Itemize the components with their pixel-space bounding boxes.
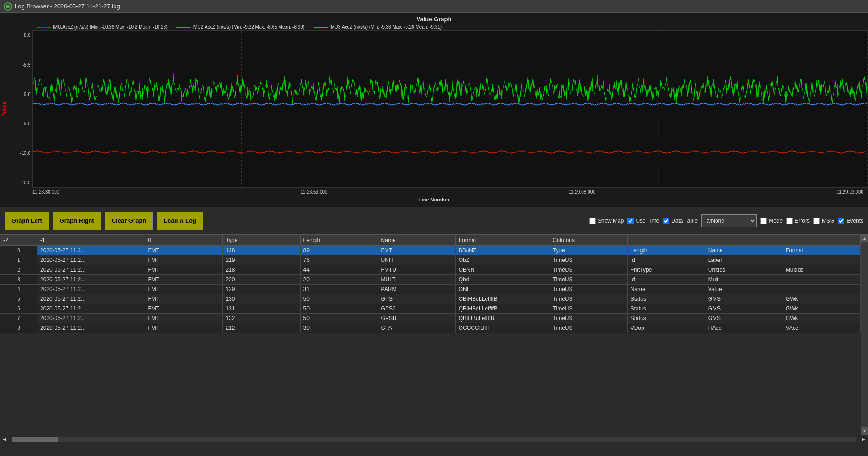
msg-group: MSG [813, 218, 834, 224]
table-cell: 44 [300, 265, 378, 275]
data-table-checkbox[interactable] [663, 218, 669, 224]
table-cell: QBIHBcLLeffffB [455, 304, 550, 314]
table-cell: MULT [378, 275, 455, 285]
table-cell: FMT [145, 246, 223, 255]
h-scroll-right-btn[interactable]: ► [859, 436, 868, 443]
bottom-section: Graph Left Graph Right Clear Graph Load … [0, 207, 868, 443]
clear-graph-button[interactable]: Clear Graph [105, 212, 153, 230]
errors-label: Errors [795, 218, 810, 224]
table-cell: Status [627, 294, 705, 304]
table-body: 02020-05-27 11:2...FMT12889FMTBBnNZTypeL… [0, 246, 861, 333]
x-tick-3: 11:29:08.000 [568, 189, 595, 195]
row-id-cell: 0 [0, 246, 37, 255]
data-table-container[interactable]: -2 -1 0 Type Length Name Format Columns [0, 235, 861, 435]
table-cell: FMTU [378, 265, 455, 275]
use-time-group: Use Time [627, 218, 659, 224]
row-id-cell: 5 [0, 294, 37, 304]
table-cell: FMT [145, 323, 223, 333]
table-row[interactable]: 02020-05-27 11:2...FMT12889FMTBBnNZTypeL… [0, 246, 861, 255]
y-tick-3: -9.0 [9, 92, 30, 97]
x-tick-2: 11:28:53.000 [300, 189, 327, 195]
table-cell: 219 [223, 255, 300, 265]
table-cell: GWk [783, 304, 860, 314]
col-header-0: 0 [145, 235, 223, 246]
table-row[interactable]: 42020-05-27 11:2...FMT12931PARMQNfTimeUS… [0, 285, 861, 294]
y-tick-2: -8.5 [9, 62, 30, 67]
table-cell: 218 [223, 265, 300, 275]
y-tick-5: -10.0 [9, 151, 30, 156]
table-cell: 89 [300, 246, 378, 255]
graph-right-button[interactable]: Graph Right [53, 212, 101, 230]
load-a-log-button[interactable]: Load A Log [157, 212, 203, 230]
table-cell: TimeUS [550, 285, 627, 294]
table-cell: Length [627, 246, 705, 255]
col-header-name: Name [378, 235, 455, 246]
col-header-sub1 [627, 235, 705, 246]
show-map-checkbox[interactable] [589, 218, 596, 224]
table-cell: FMT [145, 304, 223, 314]
table-cell: Name [627, 285, 705, 294]
table-cell [783, 285, 860, 294]
use-time-checkbox[interactable] [627, 218, 634, 224]
y-axis-ticks: -8.0 -8.5 -9.0 -9.5 -10.0 -10.5 [9, 30, 32, 188]
table-cell: 2020-05-27 11:2... [37, 314, 145, 323]
graph-left-button[interactable]: Graph Left [5, 212, 49, 230]
table-cell: PARM [378, 285, 455, 294]
type-dropdown[interactable]: a/None [701, 214, 757, 227]
mode-checkbox[interactable] [760, 218, 767, 224]
y-tick-4: -9.5 [9, 121, 30, 126]
table-cell: FmtType [627, 265, 705, 275]
table-cell: GWk [783, 314, 860, 323]
table-row[interactable]: 82020-05-27 11:2...FMT21230GPAQCCCCfBIHT… [0, 323, 861, 333]
table-cell: 131 [223, 304, 300, 314]
table-row[interactable]: 12020-05-27 11:2...FMT21976UNITQbZTimeUS… [0, 255, 861, 265]
window-title: Log Browser - 2020-05-27 11-21-27.log [15, 3, 120, 10]
legend-item-red: IMU.AccZ (m/s/s) (Min: -10.36 Max: -10.2… [37, 24, 167, 30]
errors-checkbox[interactable] [786, 218, 793, 224]
h-scrollbar[interactable] [12, 437, 856, 442]
table-cell: TimeUS [550, 275, 627, 285]
col-header-columns: Columns [550, 235, 627, 246]
table-cell: BBnNZ [455, 246, 550, 255]
msg-checkbox[interactable] [813, 218, 820, 224]
h-scrollbar-row: ◄ ► [0, 435, 868, 443]
table-row[interactable]: 22020-05-27 11:2...FMT21844FMTUQBNNTimeU… [0, 265, 861, 275]
table-cell: GWk [783, 294, 860, 304]
scroll-up-button[interactable]: ▲ [861, 235, 868, 242]
table-row[interactable]: 32020-05-27 11:2...FMT22020MULTQbdTimeUS… [0, 275, 861, 285]
table-cell: 50 [300, 294, 378, 304]
table-cell: 128 [223, 246, 300, 255]
table-cell: Mult [705, 275, 783, 285]
legend-item-blue: IMU3.AccZ (m/s/s) (Min: -9.36 Max: -9.26… [314, 24, 442, 30]
table-cell: 31 [300, 285, 378, 294]
table-cell: TimeUS [550, 323, 627, 333]
legend-label-red: IMU.AccZ (m/s/s) (Min: -10.36 Max: -10.2… [53, 24, 167, 30]
table-row[interactable]: 62020-05-27 11:2...FMT13150GPS2QBIHBcLLe… [0, 304, 861, 314]
col-header-length: Length [300, 235, 378, 246]
row-id-cell: 7 [0, 314, 37, 323]
table-header-row: -2 -1 0 Type Length Name Format Columns [0, 235, 861, 246]
events-label: Events [846, 218, 863, 224]
table-cell: 132 [223, 314, 300, 323]
legend-line-red [37, 27, 51, 28]
table-cell: 2020-05-27 11:2... [37, 285, 145, 294]
scroll-down-button[interactable]: ▼ [861, 427, 868, 435]
events-checkbox[interactable] [838, 218, 844, 224]
h-scroll-left-btn[interactable]: ◄ [0, 436, 9, 443]
x-axis-row: 11:28:38.000 11:28:53.000 11:29:08.000 1… [0, 188, 868, 196]
table-cell: FMT [145, 294, 223, 304]
col-header-neg1: -1 [37, 235, 145, 246]
col-header-format: Format [455, 235, 550, 246]
table-row[interactable]: 52020-05-27 11:2...FMT13050GPSQBIHBcLLef… [0, 294, 861, 304]
table-cell: 129 [223, 285, 300, 294]
table-row[interactable]: 72020-05-27 11:2...FMT13250GPSBQBIHBcLef… [0, 314, 861, 323]
v-scrollbar[interactable]: ▲ ▼ [861, 235, 868, 435]
table-cell: HAcc [705, 323, 783, 333]
show-map-group: Show Map [589, 218, 624, 224]
msg-label: MSG [822, 218, 834, 224]
table-cell: TimeUS [550, 294, 627, 304]
table-cell: 2020-05-27 11:2... [37, 246, 145, 255]
table-cell: QbZ [455, 255, 550, 265]
table-cell: TimeUS [550, 265, 627, 275]
col-header-sub3 [783, 235, 860, 246]
